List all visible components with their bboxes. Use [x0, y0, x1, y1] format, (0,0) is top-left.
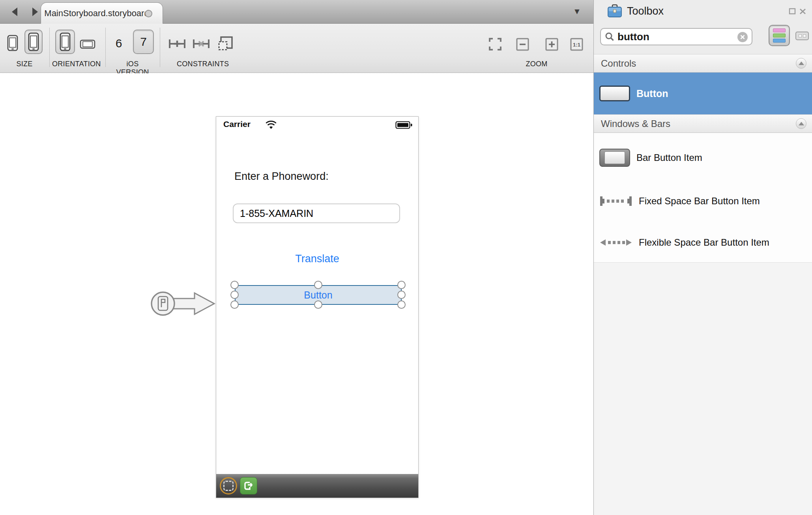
separator: [49, 28, 50, 67]
dashed-frame-icon: [223, 481, 234, 491]
constraint-frame-mode-button[interactable]: [217, 35, 234, 52]
selection-handle-top-left[interactable]: [230, 281, 239, 289]
tab-title: MainStoryboard.storyboard: [44, 8, 149, 19]
landscape-phone-icon: [80, 39, 95, 49]
constraint-mode-toggle-icon[interactable]: [220, 477, 237, 494]
size-iphone4-button[interactable]: [24, 30, 43, 54]
separator: [160, 28, 160, 67]
status-bar-carrier-label: Carrier: [223, 119, 251, 129]
clear-x-icon: [740, 35, 745, 39]
ios6-label: 6: [116, 37, 122, 50]
remove-constraint-button[interactable]: [192, 37, 210, 51]
xamarin-ios-designer-window: MainStoryboard.storyboard ▼ SIZE: [0, 0, 812, 515]
section-header-windows-bars[interactable]: Windows & Bars: [594, 114, 812, 133]
toolbox-view-compact-button[interactable]: [795, 32, 809, 40]
collapse-windows-bars-icon[interactable]: [796, 118, 806, 129]
orientation-portrait-button[interactable]: [55, 30, 75, 54]
panel-dock-icon[interactable]: [789, 8, 796, 15]
svg-text:1:1: 1:1: [573, 42, 580, 48]
toolbox-view-list-button[interactable]: [769, 25, 790, 46]
toolbox-panel: Toolbox: [593, 0, 812, 515]
flexible-space-icon: [599, 236, 632, 249]
zoom-out-icon: [516, 38, 529, 51]
zoom-in-button[interactable]: [545, 38, 558, 51]
forward-arrow-icon: [30, 6, 40, 18]
toolbox-panel-top: Toolbox: [594, 0, 812, 54]
list-view-icon: [773, 28, 786, 32]
collapse-controls-icon[interactable]: [796, 58, 806, 69]
orientation-landscape-button[interactable]: [80, 39, 95, 49]
phone-small-icon: [7, 35, 18, 51]
ios6-button[interactable]: 6: [113, 35, 125, 51]
zoom-fit-icon: [488, 37, 502, 51]
ios7-button[interactable]: 7: [133, 30, 154, 54]
toolbox-header: Toolbox: [594, 0, 812, 22]
zoom-actual-size-button[interactable]: 1:1: [570, 38, 583, 51]
toolbox-item-fixed-space[interactable]: Fixed Space Bar Button Item: [594, 179, 812, 223]
constraints-group-label: CONSTRAINTS: [177, 60, 226, 68]
phoneword-label: Enter a Phoneword:: [234, 170, 329, 183]
toolbox-item-bar-button-item[interactable]: Bar Button Item: [594, 136, 812, 179]
toolbox-item-flexible-space[interactable]: Flexible Space Bar Button Item: [594, 223, 812, 262]
selection-handle-bottom-left[interactable]: [230, 300, 239, 309]
remove-constraint-icon: [192, 37, 210, 51]
toolbox-item-button-label: Button: [636, 88, 668, 99]
zoom-out-button[interactable]: [516, 38, 529, 51]
selection-handle-top-right[interactable]: [397, 281, 406, 289]
selection-handle-bottom-right[interactable]: [397, 300, 406, 309]
exit-arrow-icon: [243, 480, 254, 492]
back-arrow-icon: [9, 6, 20, 18]
separator: [105, 28, 106, 67]
battery-icon: [395, 120, 413, 130]
search-icon: [605, 32, 614, 41]
tab-close-icon[interactable]: [145, 10, 152, 17]
section-title-windows-bars: Windows & Bars: [601, 118, 670, 129]
entry-flag-icon: [158, 297, 168, 310]
segue-exit-icon[interactable]: [240, 477, 257, 494]
phoneword-text-field[interactable]: [233, 203, 400, 223]
portrait-phone-icon: [60, 32, 71, 51]
panel-close-icon[interactable]: [799, 8, 806, 15]
toolbox-item-button[interactable]: Button: [594, 73, 812, 114]
navigate-forward-button[interactable]: [28, 6, 42, 18]
selection-handle-middle-right[interactable]: [397, 291, 406, 299]
section-title-controls: Controls: [601, 58, 636, 69]
toolbox-search-field[interactable]: [600, 28, 752, 45]
tab-list-dropdown-icon[interactable]: ▼: [573, 7, 581, 16]
navigate-back-button[interactable]: [8, 6, 21, 18]
size-iphone35-button[interactable]: [7, 35, 18, 51]
add-constraint-icon: [168, 37, 186, 51]
zoom-group-label: ZOOM: [525, 60, 548, 68]
selection-handle-top-center[interactable]: [314, 281, 322, 289]
designer-toolbar: SIZE ORIENTATION 6 7 iOS VERSION: [0, 24, 594, 73]
selection-handle-middle-left[interactable]: [230, 291, 239, 299]
tab-bar: MainStoryboard.storyboard ▼: [0, 0, 594, 24]
zoom-in-icon: [545, 38, 558, 51]
wifi-icon: [265, 121, 277, 130]
toolbox-item-list: Bar Button Item Fixed Space Bar Button I…: [594, 133, 812, 262]
selection-handle-bottom-center[interactable]: [314, 300, 322, 309]
fixed-space-icon: [599, 195, 632, 207]
add-constraint-button[interactable]: [168, 37, 186, 51]
ios7-label: 7: [140, 35, 147, 49]
toolbox-search-input[interactable]: [617, 31, 736, 43]
zoom-one-to-one-icon: 1:1: [570, 38, 583, 51]
storyboard-entry-arrow[interactable]: [149, 289, 217, 319]
zoom-fit-button[interactable]: [488, 37, 502, 51]
phone-large-icon: [28, 32, 39, 51]
frame-mode-icon: [217, 35, 234, 52]
bar-button-item-label: Bar Button Item: [636, 152, 702, 163]
tab-mainstoryboard[interactable]: MainStoryboard.storyboard: [41, 2, 163, 24]
toolbox-empty-area: [594, 262, 812, 515]
view-controller-bottom-bar: [216, 474, 418, 498]
orientation-group-label: ORIENTATION: [52, 60, 100, 68]
bar-button-item-icon: [599, 149, 630, 167]
search-clear-icon[interactable]: [737, 32, 748, 42]
toolbox-title: Toolbox: [627, 5, 664, 17]
flexible-space-label: Flexible Space Bar Button Item: [639, 237, 769, 248]
fixed-space-label: Fixed Space Bar Button Item: [639, 196, 760, 207]
translate-button[interactable]: Translate: [216, 253, 418, 265]
size-group-label: SIZE: [8, 60, 41, 68]
section-header-controls[interactable]: Controls: [594, 54, 812, 73]
toolbox-briefcase-icon: [607, 4, 622, 18]
